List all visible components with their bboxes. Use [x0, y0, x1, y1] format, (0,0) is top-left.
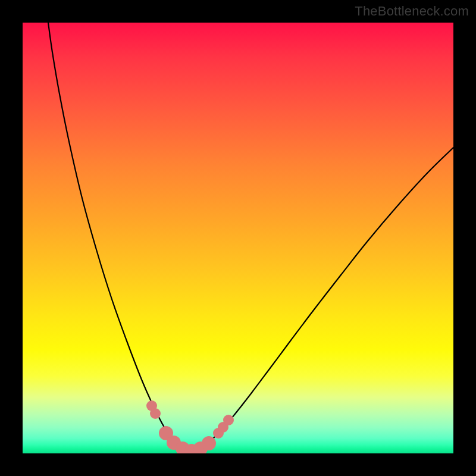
marker-dot [202, 436, 216, 450]
curve-right-path [191, 148, 453, 452]
plot-svg [23, 23, 453, 453]
curve-left-path [48, 23, 191, 452]
watermark-text: TheBottleneck.com [355, 4, 469, 19]
markers-group [146, 400, 234, 453]
marker-dot [223, 415, 234, 425]
marker-dot [150, 408, 161, 419]
chart-frame: TheBottleneck.com [0, 0, 476, 476]
plot-area [23, 23, 453, 453]
